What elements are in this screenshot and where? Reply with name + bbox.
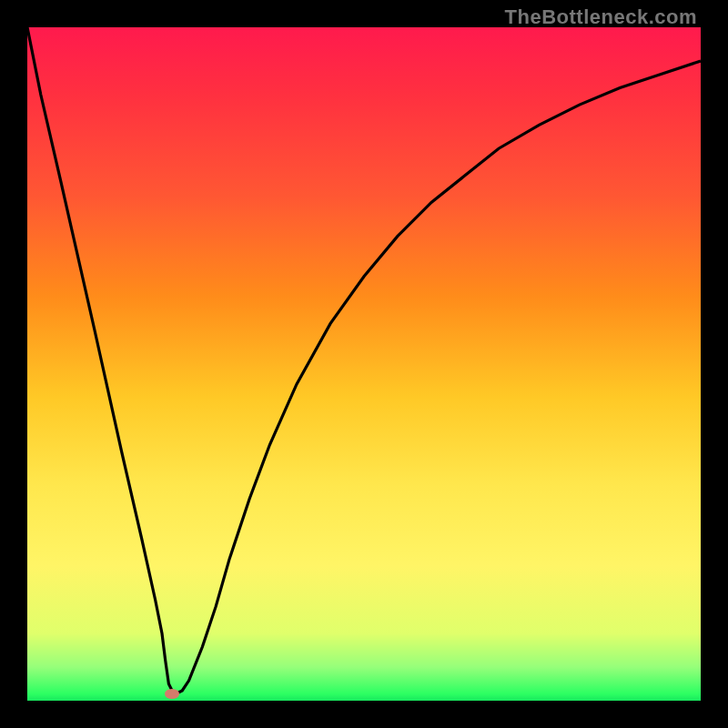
curve-path <box>27 27 701 694</box>
plot-area <box>27 27 701 701</box>
minimum-marker <box>165 689 179 699</box>
watermark-text: TheBottleneck.com <box>505 5 697 29</box>
bottleneck-curve <box>27 27 701 701</box>
chart-frame: TheBottleneck.com <box>0 0 728 728</box>
